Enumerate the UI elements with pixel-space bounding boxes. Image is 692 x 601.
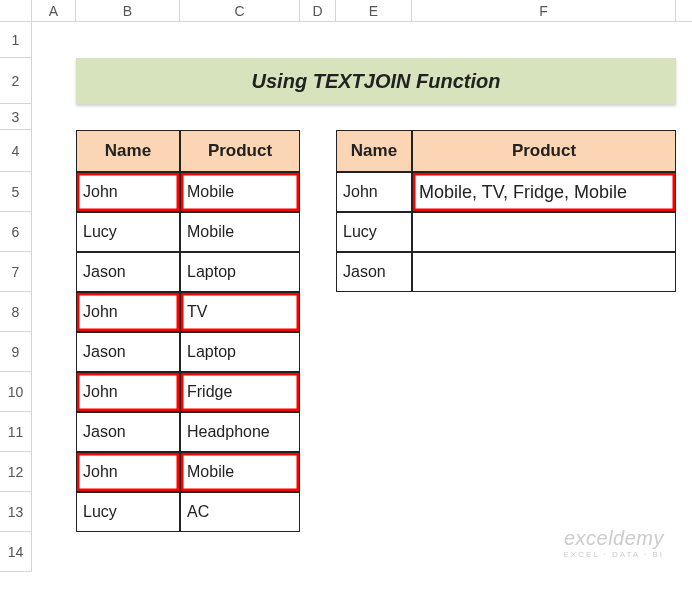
cell[interactable] <box>336 292 412 332</box>
select-all-corner[interactable] <box>0 0 32 21</box>
cell[interactable] <box>76 104 180 130</box>
cell[interactable] <box>336 412 412 452</box>
table-cell[interactable]: Laptop <box>180 252 300 292</box>
cell[interactable] <box>180 22 300 58</box>
cell[interactable] <box>32 172 76 212</box>
table-cell[interactable]: Mobile <box>180 172 300 212</box>
cell[interactable] <box>336 104 412 130</box>
cell[interactable] <box>412 292 676 332</box>
cell[interactable] <box>32 58 76 104</box>
row-header-12[interactable]: 12 <box>0 452 32 492</box>
col-header-a[interactable]: A <box>32 0 76 21</box>
cell[interactable] <box>412 452 676 492</box>
row-header-11[interactable]: 11 <box>0 412 32 452</box>
cell[interactable] <box>76 22 180 58</box>
cell[interactable] <box>300 412 336 452</box>
cell[interactable] <box>32 412 76 452</box>
cell[interactable] <box>32 452 76 492</box>
table-cell[interactable]: Lucy <box>336 212 412 252</box>
cell[interactable] <box>300 252 336 292</box>
table-cell[interactable]: Mobile <box>180 212 300 252</box>
cell[interactable] <box>300 212 336 252</box>
cell[interactable] <box>32 492 76 532</box>
row-header-2[interactable]: 2 <box>0 58 32 104</box>
table-cell[interactable]: John <box>76 172 180 212</box>
table-cell[interactable]: Jason <box>76 412 180 452</box>
table-cell[interactable]: Laptop <box>180 332 300 372</box>
row-header-7[interactable]: 7 <box>0 252 32 292</box>
cell[interactable] <box>336 372 412 412</box>
cell[interactable] <box>336 22 412 58</box>
table-cell[interactable] <box>412 252 676 292</box>
cell[interactable] <box>300 452 336 492</box>
cell[interactable] <box>412 372 676 412</box>
table-cell[interactable]: Fridge <box>180 372 300 412</box>
table-cell[interactable]: Lucy <box>76 212 180 252</box>
cell[interactable] <box>32 532 76 572</box>
cell[interactable] <box>32 212 76 252</box>
cell[interactable] <box>32 104 76 130</box>
cell[interactable] <box>412 332 676 372</box>
right-header-product[interactable]: Product <box>412 130 676 172</box>
col-header-e[interactable]: E <box>336 0 412 21</box>
col-header-c[interactable]: C <box>180 0 300 21</box>
row-header-6[interactable]: 6 <box>0 212 32 252</box>
table-cell[interactable]: AC <box>180 492 300 532</box>
cell[interactable] <box>336 532 412 572</box>
left-header-product[interactable]: Product <box>180 130 300 172</box>
cell[interactable] <box>32 130 76 172</box>
cell[interactable] <box>32 292 76 332</box>
col-header-d[interactable]: D <box>300 0 336 21</box>
table-cell[interactable]: John <box>336 172 412 212</box>
col-header-f[interactable]: F <box>412 0 676 21</box>
cell[interactable] <box>32 22 76 58</box>
row-header-5[interactable]: 5 <box>0 172 32 212</box>
left-header-name[interactable]: Name <box>76 130 180 172</box>
table-cell[interactable]: John <box>76 452 180 492</box>
cell[interactable] <box>300 292 336 332</box>
row-header-9[interactable]: 9 <box>0 332 32 372</box>
row-header-13[interactable]: 13 <box>0 492 32 532</box>
table-cell[interactable] <box>412 212 676 252</box>
cell[interactable] <box>412 104 676 130</box>
cell[interactable] <box>300 372 336 412</box>
right-header-name[interactable]: Name <box>336 130 412 172</box>
cell[interactable] <box>300 130 336 172</box>
cell[interactable] <box>336 332 412 372</box>
cell[interactable] <box>300 172 336 212</box>
row-header-3[interactable]: 3 <box>0 104 32 130</box>
table-cell[interactable]: Lucy <box>76 492 180 532</box>
table-cell[interactable]: John <box>76 292 180 332</box>
row-header-1[interactable]: 1 <box>0 22 32 58</box>
table-cell[interactable]: Jason <box>76 252 180 292</box>
table-cell[interactable]: Jason <box>336 252 412 292</box>
col-header-b[interactable]: B <box>76 0 180 21</box>
cell[interactable] <box>412 532 676 572</box>
cell[interactable] <box>412 492 676 532</box>
result-cell[interactable]: Mobile, TV, Fridge, Mobile <box>412 172 676 212</box>
row-header-14[interactable]: 14 <box>0 532 32 572</box>
cell[interactable] <box>32 252 76 292</box>
table-cell[interactable]: Jason <box>76 332 180 372</box>
cell[interactable] <box>336 492 412 532</box>
row-header-8[interactable]: 8 <box>0 292 32 332</box>
table-cell[interactable]: TV <box>180 292 300 332</box>
row-header-4[interactable]: 4 <box>0 130 32 172</box>
cell[interactable] <box>300 332 336 372</box>
cell[interactable] <box>300 532 336 572</box>
cell[interactable] <box>412 412 676 452</box>
cell[interactable] <box>32 372 76 412</box>
cell[interactable] <box>180 532 300 572</box>
cell[interactable] <box>32 332 76 372</box>
cell[interactable] <box>180 104 300 130</box>
cell[interactable] <box>300 22 336 58</box>
cell[interactable] <box>300 492 336 532</box>
cell[interactable] <box>412 22 676 58</box>
table-cell[interactable]: Headphone <box>180 412 300 452</box>
row-header-10[interactable]: 10 <box>0 372 32 412</box>
cell[interactable] <box>76 532 180 572</box>
cell[interactable] <box>300 104 336 130</box>
table-cell[interactable]: Mobile <box>180 452 300 492</box>
cell[interactable] <box>336 452 412 492</box>
table-cell[interactable]: John <box>76 372 180 412</box>
